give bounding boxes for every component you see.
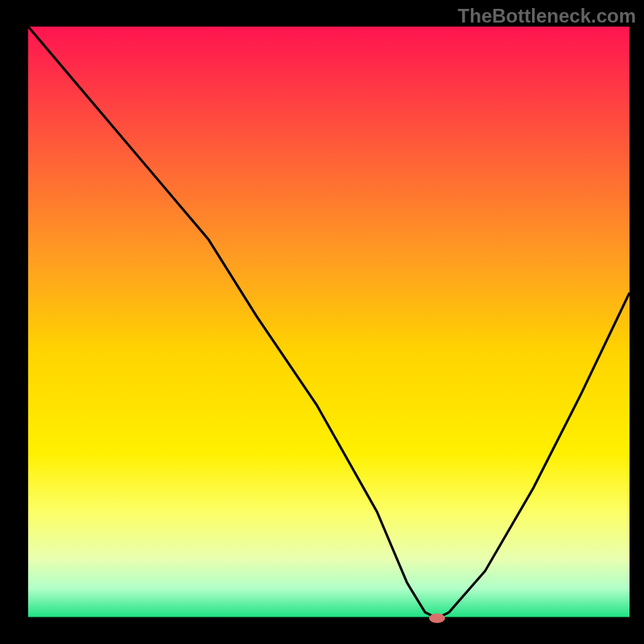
chart-frame: TheBottleneck.com	[0, 0, 644, 644]
plot-background	[28, 27, 630, 618]
optimal-marker	[429, 613, 445, 623]
watermark-text: TheBottleneck.com	[458, 5, 636, 27]
bottleneck-chart	[0, 0, 644, 644]
